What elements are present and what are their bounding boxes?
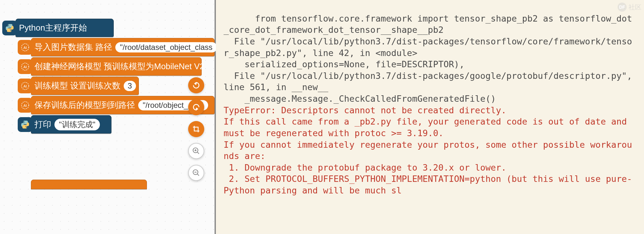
watermark-text: 社区 (629, 3, 641, 11)
crop-button[interactable] (188, 121, 204, 137)
redo-icon (192, 103, 200, 111)
canvas-tools (188, 77, 204, 181)
zoom-in-button[interactable] (188, 143, 204, 159)
ai-icon: AI (18, 79, 33, 93)
svg-text:AI: AI (24, 45, 27, 49)
svg-text:AI: AI (24, 65, 27, 69)
create-model-block[interactable]: AI 创建神经网络模型 预训练模型为MobileNet V2 (31, 57, 202, 76)
redo-button[interactable] (188, 99, 204, 115)
undo-icon (192, 81, 200, 89)
zoom-in-icon (192, 147, 200, 155)
epochs-input[interactable]: 3 (124, 81, 136, 91)
python-start-block[interactable]: Python主程序开始 (15, 19, 114, 37)
partial-block[interactable] (15, 179, 147, 189)
print-block[interactable]: 打印 "训练完成" (31, 115, 111, 134)
watermark-logo-icon: DF (618, 3, 627, 12)
block-label: 导入图片数据集 路径 (34, 42, 112, 53)
train-model-block[interactable]: AI 训练模型 设置训练次数 3 (31, 77, 139, 95)
undo-button[interactable] (188, 77, 204, 93)
dataset-path-input[interactable]: "/root/dataset_object_class (115, 42, 217, 52)
svg-text:AI: AI (24, 84, 27, 88)
python-icon (2, 21, 17, 35)
block-editor-canvas[interactable]: Python主程序开始 AI 导入图片数据集 路径 "/root/dataset… (0, 0, 216, 234)
ai-icon: AI (18, 59, 33, 74)
ai-icon: AI (18, 40, 33, 55)
svg-text:AI: AI (24, 103, 27, 107)
block-label: Python主程序开始 (19, 22, 87, 33)
block-label: 保存训练后的模型到到路径 (34, 99, 135, 111)
block-label: 训练模型 设置训练次数 (34, 80, 120, 91)
crop-icon (192, 125, 200, 133)
block-label: 打印 (34, 119, 51, 130)
traceback-text: from tensorflow.core.framework import te… (224, 14, 637, 104)
zoom-out-button[interactable] (188, 165, 204, 181)
error-text: TypeError: Descriptors cannot not be cre… (224, 105, 632, 195)
zoom-out-icon (192, 169, 200, 177)
save-model-block[interactable]: AI 保存训练后的模型到到路径 "/root/object_ ssifi (31, 96, 215, 114)
import-dataset-block[interactable]: AI 导入图片数据集 路径 "/root/dataset_object_clas… (31, 38, 215, 56)
watermark: DF 社区 (618, 3, 641, 12)
block-label: 创建神经网络模型 预训练模型为MobileNet V2 (34, 61, 204, 72)
ai-icon: AI (18, 98, 33, 113)
console-output[interactable]: DF 社区 from tensorflow.core.framework imp… (216, 0, 644, 234)
block-stack: Python主程序开始 AI 导入图片数据集 路径 "/root/dataset… (15, 18, 215, 134)
python-icon (18, 117, 33, 132)
print-value-input[interactable]: "训练完成" (54, 119, 100, 130)
